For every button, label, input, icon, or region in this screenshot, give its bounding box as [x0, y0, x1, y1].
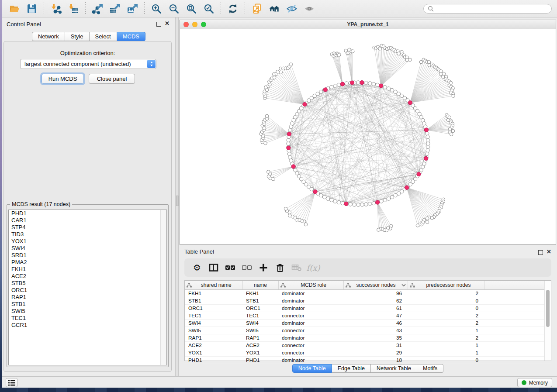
table-cell[interactable]: 1 [408, 342, 484, 349]
table-row[interactable]: ORC1ORC1dominator610 [185, 305, 551, 312]
duplicate-pages-icon[interactable] [248, 2, 266, 16]
table-cell[interactable]: connector [278, 342, 343, 349]
table-row[interactable]: SWI5SWI5connector431 [185, 327, 551, 334]
table-cell[interactable]: FKH1 [242, 290, 278, 297]
table-cell[interactable]: 35 [343, 334, 408, 342]
table-cell[interactable]: STB1 [242, 297, 278, 305]
table-cell[interactable]: dominator [278, 320, 343, 327]
import-table-icon[interactable] [65, 2, 82, 16]
mcds-result-item[interactable]: STB5 [9, 280, 166, 287]
zoom-in-icon[interactable] [148, 2, 165, 16]
zoom-fit-icon[interactable] [183, 2, 200, 16]
delete-entry-icon[interactable] [272, 261, 288, 274]
float-window-icon[interactable] [156, 22, 161, 27]
run-mcds-button[interactable]: Run MCDS [42, 74, 84, 84]
table-cell[interactable]: ORC1 [242, 305, 278, 312]
column-header-mcds-role[interactable]: MCDS role [278, 281, 343, 290]
table-row[interactable]: STB1STB1dominator620 [185, 297, 551, 305]
mcds-result-item[interactable]: PMA2 [9, 259, 166, 266]
table-cell[interactable]: 47 [343, 312, 408, 320]
mcds-result-item[interactable]: TEC1 [9, 315, 166, 322]
close-panel-icon[interactable]: ✕ [165, 20, 170, 27]
table-cell[interactable]: SWI5 [185, 327, 242, 334]
tab-motifs[interactable]: Motifs [417, 364, 443, 373]
close-table-panel-icon[interactable]: ✕ [547, 248, 551, 255]
tab-network[interactable]: Network [32, 32, 65, 41]
mcds-result-list[interactable]: PHD1CAR1STP4TID3YOX1SWI4SRD1PMA2FKH1ACE2… [8, 210, 167, 365]
refresh-icon[interactable] [224, 2, 242, 16]
status-menu-button[interactable] [6, 378, 17, 387]
zoom-selected-icon[interactable] [200, 2, 218, 16]
table-cell[interactable]: connector [278, 327, 343, 334]
table-cell[interactable]: dominator [278, 290, 343, 297]
settings-gear-icon[interactable]: ⚙ [189, 261, 205, 274]
panel-splitter[interactable] [175, 17, 179, 376]
open-file-icon[interactable] [6, 2, 23, 16]
table-cell[interactable]: PHD1 [242, 357, 278, 364]
table-row[interactable]: ACE2ACE2connector311 [185, 342, 551, 349]
network-window-titlebar[interactable]: YPA_prune.txt_1 [180, 20, 556, 30]
table-cell[interactable]: YOX1 [242, 349, 278, 357]
table-cell[interactable]: dominator [278, 334, 343, 342]
table-cell[interactable]: ORC1 [185, 305, 242, 312]
deselect-all-checkboxes-icon[interactable] [239, 261, 255, 274]
table-cell[interactable]: 31 [343, 342, 408, 349]
split-table-icon[interactable] [205, 261, 222, 274]
column-header-name[interactable]: name [242, 281, 278, 290]
mcds-result-item[interactable]: SRD1 [9, 252, 166, 259]
tab-edge-table[interactable]: Edge Table [332, 364, 371, 373]
hide-graphics-details-icon[interactable] [283, 2, 301, 16]
table-cell[interactable]: RAP1 [242, 334, 278, 342]
table-cell[interactable]: PHD1 [185, 357, 242, 364]
export-table-icon[interactable] [106, 2, 124, 16]
column-header-successor-nodes[interactable]: successor nodes [343, 281, 408, 290]
table-cell[interactable]: 62 [343, 297, 408, 305]
table-cell[interactable]: 0 [408, 305, 484, 312]
home-overview-icon[interactable] [266, 2, 283, 16]
table-cell[interactable]: 43 [343, 327, 408, 334]
table-cell[interactable]: 2 [408, 334, 484, 342]
export-network-icon[interactable] [89, 2, 106, 16]
table-cell[interactable]: TEC1 [185, 312, 242, 320]
table-cell[interactable]: ACE2 [185, 342, 242, 349]
table-cell[interactable]: 0 [408, 357, 484, 364]
mcds-result-item[interactable]: TID3 [9, 231, 166, 238]
table-cell[interactable]: dominator [278, 305, 343, 312]
mcds-result-item[interactable]: PHD1 [9, 210, 166, 217]
tab-node-table[interactable]: Node Table [292, 364, 332, 373]
table-cell[interactable]: 46 [343, 320, 408, 327]
table-scrollbar[interactable] [544, 281, 551, 361]
table-cell[interactable]: 61 [343, 305, 408, 312]
table-row[interactable]: YOX1YOX1connector291 [185, 349, 551, 357]
table-cell[interactable]: dominator [278, 357, 343, 364]
mcds-result-item[interactable]: GCR1 [9, 322, 166, 329]
mcds-result-item[interactable]: ACE2 [9, 273, 166, 280]
mcds-result-item[interactable]: SWI4 [9, 245, 166, 252]
table-row[interactable]: TEC1TEC1connector472 [185, 312, 551, 320]
table-scrollbar-thumb[interactable] [546, 290, 550, 327]
table-row[interactable]: PHD1PHD1dominator180 [185, 357, 551, 364]
table-cell[interactable]: YOX1 [185, 349, 242, 357]
memory-button[interactable]: Memory [517, 378, 552, 387]
search-box[interactable] [423, 4, 552, 14]
network-graph[interactable] [180, 29, 556, 244]
table-cell[interactable]: 2 [408, 290, 484, 297]
table-cell[interactable]: connector [278, 312, 343, 320]
table-cell[interactable]: 96 [343, 290, 408, 297]
table-cell[interactable]: 2 [408, 312, 484, 320]
table-cell[interactable]: STB1 [185, 297, 242, 305]
table-cell[interactable]: SWI4 [242, 320, 278, 327]
table-cell[interactable]: SWI5 [242, 327, 278, 334]
criterion-dropdown[interactable]: largest connected component (undirected) [20, 59, 156, 69]
table-cell[interactable]: TEC1 [242, 312, 278, 320]
table-cell[interactable]: 1 [408, 327, 484, 334]
import-network-icon[interactable] [47, 2, 65, 16]
table-cell[interactable]: ACE2 [242, 342, 278, 349]
show-graphics-details-icon[interactable] [301, 2, 318, 16]
tab-select[interactable]: Select [90, 32, 117, 41]
table-cell[interactable]: 1 [408, 349, 484, 357]
select-all-checkboxes-icon[interactable] [222, 261, 239, 274]
zoom-out-icon[interactable] [165, 2, 183, 16]
tab-style[interactable]: Style [65, 32, 90, 41]
table-cell[interactable]: FKH1 [185, 290, 242, 297]
